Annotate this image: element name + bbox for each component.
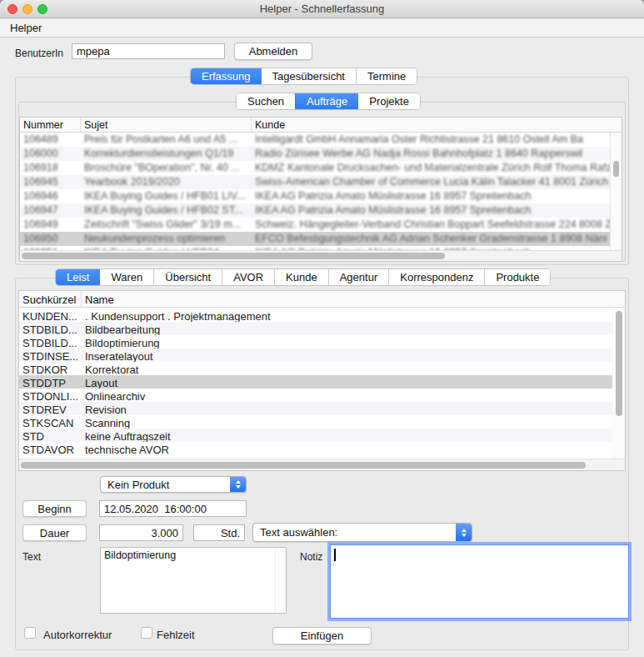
table-cell-kunde: KDMZ Kantonale Drucksachen- und Material… [252,161,622,175]
detailtab-avor[interactable]: AVOR [222,269,274,285]
detailtab-waren[interactable]: Waren [100,269,153,285]
table-row[interactable]: STDAVORtechnische AVOR [19,442,625,455]
table-row[interactable]: 106947IKEA Buying Guides / HFB02 ST...IK… [20,203,622,218]
subtab-suchen[interactable]: Suchen [237,93,295,109]
table-cell-name: Korrektorat [82,362,625,375]
table-cell-kunde: IKEA AG Patrizia Amato Müslistrasse 16 8… [252,189,622,203]
table-cell-sujet: Preis für Postkarten A6 und A5 ... [81,133,252,147]
services-vertical-scroll-thumb[interactable] [616,311,622,416]
detailtab-korrespondenz[interactable]: Korrespondenz [388,269,484,285]
tab-erfassung[interactable]: Erfassung [191,68,262,84]
table-cell-name: Revision [82,402,625,415]
table-cell-kunde: Schweiz. Hängegleiter-Verband Christian … [252,218,622,232]
services-horizontal-scroll-thumb[interactable] [21,462,586,469]
column-header-suchkuerzel[interactable]: Suchkürzel [19,291,82,307]
table-cell-code: KUNDEN... [19,308,82,322]
table-cell-code: STDAVOR [19,442,82,455]
column-header-name[interactable]: Name [82,291,625,307]
menu-helper[interactable]: Helper [10,22,42,34]
duration-field[interactable] [99,524,183,541]
tab-termine[interactable]: Termine [356,68,417,84]
detailtab-agentur[interactable]: Agentur [328,269,389,285]
menu-bar: Helper [0,19,644,38]
column-header-sujet[interactable]: Sujet [81,118,252,132]
table-cell-sujet: IKEA Buying Guides / HFB01 LIV... [81,189,252,203]
autocorrect-label: Autorkorrektur [43,629,112,641]
unit-field[interactable] [193,524,245,541]
services-vertical-scrollbar[interactable] [612,308,625,460]
product-select[interactable]: Kein Produkt [100,476,247,493]
table-row[interactable]: 106950Neukundenprozess optimierenEFCO Be… [20,232,622,246]
orders-table-body: 106489Preis für Postkarten A6 und A5 ...… [20,133,622,252]
table-cell-sujet: Neukundenprozess optimieren [81,232,252,246]
table-cell-name: technische AVOR [82,442,625,455]
table-cell-kunde: IKEA AG Patrizia Amato Müslistrasse 16 8… [252,203,622,218]
begin-button[interactable]: Beginn [22,500,87,517]
user-input[interactable] [72,43,225,59]
table-row[interactable]: STDkeine Auftragszeit [19,429,625,442]
table-row[interactable]: STDDTPLayout [19,375,625,389]
title-bar: Helper - Schnellerfassung [0,0,644,18]
detailtab-leist[interactable]: Leist [56,269,100,285]
text-textarea[interactable]: Bildoptimierung [100,547,287,614]
sub-tabs: SuchenAufträgeProjekte [236,93,421,110]
services-table: Suchkürzel Name KUNDEN.... Kundensupport… [18,290,626,471]
table-row[interactable]: STKSCANScanning [19,415,625,429]
table-cell-nummer: 106489 [20,133,81,147]
table-row[interactable]: 106945Yearbook 2019/2020Swiss-American C… [20,175,622,189]
duration-button[interactable]: Dauer [22,524,87,541]
orders-table: Nummer Sujet Kunde 106489Preis für Postk… [19,117,622,262]
begin-datetime-field[interactable] [99,500,247,517]
table-row[interactable]: STDREVRevision [19,402,625,415]
subtab-aufträge[interactable]: Aufträge [295,93,358,109]
table-row[interactable]: 106489Preis für Postkarten A6 und A5 ...… [20,133,622,147]
tab-tagesübersicht[interactable]: Tagesübersicht [262,68,356,84]
table-row[interactable]: 106918Broschüre "BOperation", Nr. 40 ...… [20,161,622,175]
table-row[interactable]: STDKORKorrektorat [19,362,625,375]
main-tabs: ErfassungTagesübersichtTermine [190,68,417,85]
orders-vertical-scroll-thumb[interactable] [613,161,619,177]
orders-horizontal-scrollbar[interactable] [20,250,622,261]
table-row[interactable]: STDINSE...Inseratelayout [19,349,625,362]
table-cell-code: STKSCAN [19,415,82,429]
column-header-nummer[interactable]: Nummer [20,118,81,132]
note-textarea[interactable] [330,544,629,619]
detailtab-übersicht[interactable]: Übersicht [153,269,222,285]
table-cell-name: Bildoptimierung [82,335,625,349]
table-cell-code: STD [19,429,82,442]
insert-button[interactable]: Einfügen [272,627,372,644]
text-label: Text [22,551,41,563]
table-row[interactable]: 106946IKEA Buying Guides / HFB01 LIV...I… [20,189,622,203]
table-cell-code: STDINSE... [19,349,82,362]
table-row[interactable]: KUNDEN.... Kundensupport . Projektmanage… [19,308,625,322]
table-cell-sujet: Korrekturdienstleistungen Q1/19 [81,147,252,161]
detailtab-produkte[interactable]: Produkte [484,269,550,285]
services-horizontal-scrollbar[interactable] [19,459,626,470]
subtab-projekte[interactable]: Projekte [358,93,420,109]
table-row[interactable]: STDBILD...Bildbearbeitung [19,322,625,335]
table-cell-name: keine Auftragszeit [82,429,625,442]
table-row[interactable]: 106949Zeitschrift "Swiss Glider" 3/19 m.… [20,218,622,232]
table-cell-sujet: Zeitschrift "Swiss Glider" 3/19 m... [81,218,252,232]
table-cell-code: STDBILD... [19,335,82,349]
orders-vertical-scrollbar[interactable] [610,133,622,252]
services-table-header: Suchkürzel Name [19,291,625,308]
logout-button[interactable]: Abmelden [234,43,312,60]
orders-horizontal-scroll-thumb[interactable] [22,253,445,259]
product-select-value: Kein Produkt [107,479,169,491]
absence-checkbox[interactable] [141,627,152,639]
autocorrect-checkbox[interactable] [24,627,36,639]
detailtab-kunde[interactable]: Kunde [274,269,328,285]
table-cell-code: STDDTP [19,375,82,389]
table-cell-code: STDONLI... [19,389,82,402]
table-row[interactable]: STDONLI...Onlinearchiv [19,389,625,402]
app-window: Helper - Schnellerfassung Helper Benutze… [0,0,644,657]
table-row[interactable]: 106000Korrekturdienstleistungen Q1/19Rad… [20,147,622,161]
orders-table-header: Nummer Sujet Kunde [20,118,622,133]
table-cell-sujet: IKEA Buying Guides / HFB02 ST... [81,203,252,218]
table-cell-name: Layout [82,375,625,389]
column-header-kunde[interactable]: Kunde [252,118,622,132]
table-cell-nummer: 106918 [20,161,81,175]
text-template-select[interactable]: Text auswählen: [252,523,472,542]
table-row[interactable]: STDBILD...Bildoptimierung [19,335,625,349]
